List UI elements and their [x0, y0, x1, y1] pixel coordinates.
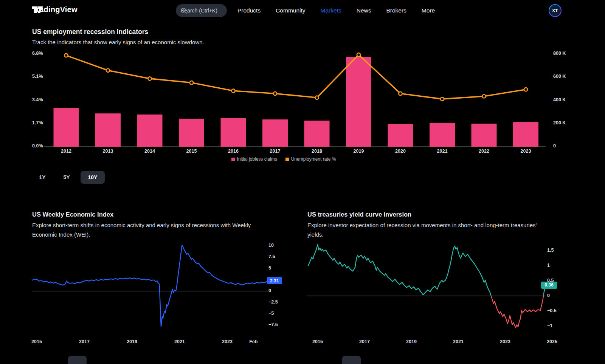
- axis-tick: 1.7%: [32, 120, 47, 125]
- nav-item-products[interactable]: Products: [237, 7, 261, 14]
- axis-tick: 0: [553, 143, 571, 149]
- axis-tick: 7.5: [268, 254, 284, 259]
- search-icon: [181, 8, 187, 14]
- legend-item-jobless-claims[interactable]: Initial jobless claims: [231, 156, 277, 162]
- axis-tick: 0: [547, 293, 563, 298]
- axis-tick: 5: [268, 265, 284, 271]
- axis-tick: −2.5: [268, 299, 284, 305]
- employment-subtitle: Track the indicators that show early sig…: [32, 38, 204, 47]
- axis-tick: 2020: [387, 149, 414, 154]
- tradingview-markets-page: TradingView Search (Ctrl+K) Products Com…: [0, 0, 605, 364]
- axis-tick: 2022: [471, 149, 497, 154]
- unemployment-rate-swatch: [285, 158, 289, 161]
- axis-tick: −1: [547, 323, 563, 328]
- yield-chart[interactable]: [307, 244, 557, 335]
- avatar-initials: XT: [549, 5, 561, 16]
- axis-tick: 2021: [168, 339, 191, 344]
- yield-subtitle: Explore investor expectation of recessio…: [307, 221, 552, 239]
- axis-tick: −0.5: [547, 308, 563, 313]
- axis-tick: 0: [268, 288, 284, 293]
- axis-tick: 2014: [137, 149, 163, 154]
- axis-tick: 2025: [541, 339, 563, 344]
- nav-item-markets[interactable]: Markets: [321, 7, 341, 14]
- range-1y-button[interactable]: 1Y: [32, 171, 53, 184]
- axis-tick: 1.5: [547, 248, 563, 253]
- employment-title: US employment recession indicators: [32, 28, 148, 36]
- axis-tick: 5.1%: [32, 74, 47, 79]
- employment-chart[interactable]: [43, 52, 546, 149]
- axis-tick: 2023: [216, 339, 239, 344]
- axis-tick: 2021: [429, 149, 456, 154]
- axis-tick: 2023: [513, 149, 539, 154]
- axis-tick: 2012: [53, 149, 79, 154]
- axis-tick: 400 K: [553, 97, 571, 102]
- axis-tick: 2017: [262, 149, 289, 154]
- axis-tick: 0.5: [547, 278, 563, 283]
- axis-tick: 2017: [353, 339, 376, 344]
- axis-tick: 3.4%: [32, 97, 47, 102]
- axis-tick: Feb: [242, 339, 265, 344]
- nav-item-brokers[interactable]: Brokers: [386, 7, 406, 14]
- axis-tick: 2015: [178, 149, 205, 154]
- axis-tick: 2017: [73, 339, 96, 344]
- main-nav: Products Community Markets News Brokers …: [237, 0, 435, 21]
- yield-title: US treasuries yield curve inversion: [307, 211, 411, 218]
- range-5y-button[interactable]: 5Y: [56, 171, 77, 184]
- axis-tick: 2018: [304, 149, 330, 154]
- axis-tick: 10: [268, 243, 284, 248]
- axis-tick: 2016: [220, 149, 247, 154]
- axis-tick: 2019: [346, 149, 372, 154]
- axis-tick: 600 K: [553, 74, 571, 79]
- nav-item-community[interactable]: Community: [276, 7, 305, 14]
- axis-tick: 2015: [25, 339, 48, 344]
- tradingview-logo-icon: [32, 6, 43, 13]
- wei-title: US Weekly Economic Index: [32, 211, 113, 218]
- axis-tick: 0.0%: [32, 143, 47, 149]
- axis-tick: 2019: [121, 339, 143, 344]
- tradingview-logo[interactable]: TradingView: [32, 5, 78, 14]
- axis-tick: 2023: [494, 339, 517, 344]
- yield-range-10y-button-cutoff[interactable]: [342, 356, 361, 364]
- axis-tick: 2019: [400, 339, 423, 344]
- axis-tick: −5: [268, 311, 284, 316]
- nav-item-news[interactable]: News: [357, 7, 371, 14]
- axis-tick: 1: [547, 263, 563, 268]
- legend-item-unemployment-rate[interactable]: Unemployment rate %: [285, 156, 336, 162]
- wei-subtitle: Explore short-term shifts in economic ac…: [32, 221, 274, 239]
- employment-legend: Initial jobless claims Unemployment rate…: [32, 156, 535, 162]
- jobless-claims-swatch: [231, 158, 235, 161]
- wei-chart[interactable]: [32, 243, 270, 333]
- axis-tick: −7.5: [268, 322, 284, 327]
- axis-tick: 2015: [306, 339, 329, 344]
- axis-tick: 6.8%: [32, 51, 47, 56]
- legend-label: Initial jobless claims: [237, 156, 277, 162]
- axis-tick: 200 K: [553, 120, 571, 125]
- range-selector: 1Y 5Y 10Y: [32, 171, 105, 184]
- search-input[interactable]: Search (Ctrl+K): [176, 4, 227, 17]
- axis-tick: 2021: [447, 339, 470, 344]
- nav-item-more[interactable]: More: [422, 7, 435, 14]
- range-10y-button[interactable]: 10Y: [81, 171, 105, 184]
- wei-value-badge: 2.31: [267, 277, 282, 284]
- wei-range-10y-button-cutoff[interactable]: [68, 356, 87, 364]
- user-avatar[interactable]: XT: [549, 4, 562, 17]
- legend-label: Unemployment rate %: [291, 156, 336, 162]
- axis-tick: 800 K: [553, 51, 571, 56]
- axis-tick: 2013: [95, 149, 121, 154]
